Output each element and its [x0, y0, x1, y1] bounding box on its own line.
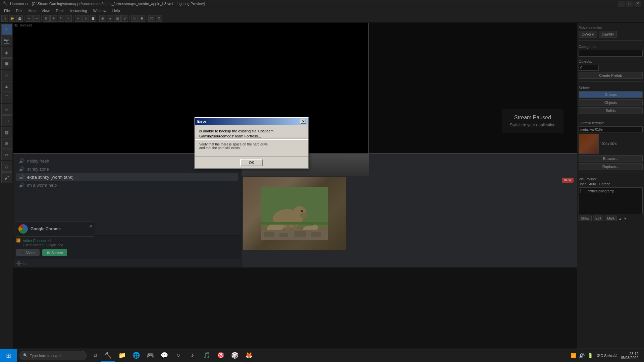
dialog-close-button[interactable]: ✕: [301, 119, 306, 124]
chrome-close-button[interactable]: ✕: [89, 224, 93, 229]
move-buttons: toWorld toEntity: [579, 31, 643, 38]
menu-map[interactable]: Map: [26, 8, 38, 13]
tool-spike[interactable]: ▲: [1, 81, 12, 92]
tb-entity[interactable]: ◈: [107, 15, 113, 22]
volume-icon[interactable]: 🔊: [579, 353, 585, 358]
menu-tools[interactable]: Tools: [53, 8, 67, 13]
tb-ungroup[interactable]: ⬢: [139, 15, 145, 22]
tool-vertex[interactable]: ◇: [1, 161, 12, 172]
plus-icon[interactable]: ➕: [16, 261, 22, 266]
mark-button[interactable]: Mark: [605, 216, 617, 221]
categories-dropdown[interactable]: [579, 50, 643, 57]
minimize-button[interactable]: —: [618, 1, 625, 7]
tool-block[interactable]: ▣: [1, 58, 12, 69]
screen-share-button[interactable]: 🖥 Screen: [42, 249, 67, 256]
tool-wedge[interactable]: ▷: [1, 70, 12, 80]
tb-copy[interactable]: ⎘: [82, 15, 89, 22]
categories-label: Categories:: [579, 45, 643, 49]
taskbar-edge[interactable]: 🌐: [129, 349, 143, 362]
menu-edit[interactable]: Edit: [13, 8, 25, 13]
tb-redo[interactable]: ↪: [33, 15, 40, 22]
taskbar-search[interactable]: 🔍 Type here to search: [19, 351, 87, 360]
close-button[interactable]: ✕: [634, 1, 641, 7]
tool-overlay[interactable]: ⊕: [1, 138, 12, 149]
objects-button[interactable]: Objects: [579, 99, 643, 106]
prefab-row: [579, 65, 643, 71]
taskbar-time[interactable]: 23:12 15/03/2022: [620, 352, 641, 360]
user-tab[interactable]: User: [579, 182, 586, 186]
taskbar-app9[interactable]: 🦊: [242, 349, 256, 362]
menu-file[interactable]: File: [1, 8, 13, 13]
channel-extra-stinky[interactable]: 🔊 extra stinky (worm tank): [16, 173, 238, 181]
viewport-3d-label: 3D Textured: [14, 23, 32, 27]
network-icon[interactable]: 📶: [571, 353, 576, 358]
ok-button[interactable]: OK: [240, 159, 263, 166]
tool-paint[interactable]: 🖌: [1, 172, 12, 183]
browse-button[interactable]: Browse...: [579, 155, 643, 162]
auto-tab[interactable]: Auto: [589, 182, 596, 186]
tool-select[interactable]: 🖱: [1, 24, 12, 35]
tb-open[interactable]: 📂: [9, 15, 15, 22]
replace-button[interactable]: Replace...: [579, 163, 643, 170]
voice-controls: 🎥 Video 🖥 Screen: [16, 249, 238, 256]
tb-save[interactable]: 💾: [16, 15, 23, 22]
prefab-input[interactable]: [579, 65, 599, 71]
svg-rect-15: [264, 232, 274, 237]
maximize-button[interactable]: □: [626, 1, 633, 7]
tb-paint[interactable]: 🖌: [121, 15, 128, 22]
taskbar-app6[interactable]: 🎵: [200, 349, 213, 362]
cordon-tab[interactable]: Cordon: [599, 182, 610, 186]
tb-block[interactable]: ▣: [99, 15, 106, 22]
menu-view[interactable]: View: [39, 8, 52, 13]
tb-texture[interactable]: ▦: [114, 15, 121, 22]
tb-3dview[interactable]: 3D: [148, 15, 155, 22]
down-arrow-icon[interactable]: ▼: [623, 217, 627, 221]
solids-button[interactable]: Solids: [579, 107, 643, 114]
start-button[interactable]: ⊞: [0, 349, 17, 362]
taskbar-file-explorer[interactable]: 📁: [115, 349, 129, 362]
tb-rotate[interactable]: ↻: [58, 15, 64, 22]
taskbar-steam[interactable]: 🎮: [144, 349, 157, 362]
to-world-button[interactable]: toWorld: [579, 31, 597, 38]
task-view-button[interactable]: ⧉: [89, 350, 101, 362]
tb-cut[interactable]: ✂: [75, 15, 82, 22]
taskbar-spotify[interactable]: ♪: [186, 349, 199, 362]
tb-compile[interactable]: ⚙: [156, 15, 162, 22]
visgroup-checkbox[interactable]: [580, 189, 584, 193]
viewport-3d[interactable]: 3D Textured: [13, 23, 369, 153]
menu-help[interactable]: Help: [110, 8, 123, 13]
tb-select[interactable]: ⊞: [43, 15, 50, 22]
tool-cylinder[interactable]: ⬭: [1, 115, 12, 126]
up-arrow-icon[interactable]: ▲: [618, 217, 622, 221]
taskbar-hammer[interactable]: 🔨: [101, 349, 115, 362]
tool-clipping[interactable]: ✂: [1, 149, 12, 160]
tb-scale[interactable]: ⤡: [65, 15, 72, 22]
show-button[interactable]: Show: [579, 216, 592, 221]
tool-sphere[interactable]: ○: [1, 104, 12, 115]
tb-move[interactable]: ✛: [50, 15, 57, 22]
battery-icon[interactable]: 🔋: [587, 353, 593, 358]
tb-group[interactable]: ⬡: [131, 15, 138, 22]
taskbar-app7[interactable]: 🎯: [214, 349, 227, 362]
groups-button[interactable]: Groups: [579, 91, 643, 98]
menu-window[interactable]: Window: [91, 8, 109, 13]
tool-arch[interactable]: ⌒: [1, 93, 12, 103]
taskbar-discord[interactable]: 💬: [158, 349, 171, 362]
channel-im-a-worm[interactable]: 🔊 im a worm help: [16, 181, 238, 189]
voice-sub: just showered / Bingus and ...: [16, 243, 238, 247]
tool-camera[interactable]: 📷: [1, 36, 12, 46]
tool-entity[interactable]: ◈: [1, 47, 12, 58]
tb-paste[interactable]: 📋: [90, 15, 96, 22]
to-entity-button[interactable]: toEntity: [599, 31, 617, 38]
tb-new[interactable]: 🗋: [1, 15, 8, 22]
edit-button[interactable]: Edit: [593, 216, 603, 221]
tb-undo[interactable]: ↩: [26, 15, 33, 22]
menu-instancing[interactable]: Instancing: [67, 8, 90, 13]
taskbar-chrome[interactable]: ○: [172, 349, 185, 362]
svg-point-5: [301, 210, 303, 212]
tool-texture[interactable]: ▦: [1, 127, 12, 137]
video-button[interactable]: 🎥 Video: [16, 249, 40, 256]
channel-input[interactable]: bs: [23, 261, 238, 265]
taskbar-app8[interactable]: 🎲: [228, 349, 241, 362]
create-prefab-button[interactable]: Create Prefab: [579, 72, 643, 79]
